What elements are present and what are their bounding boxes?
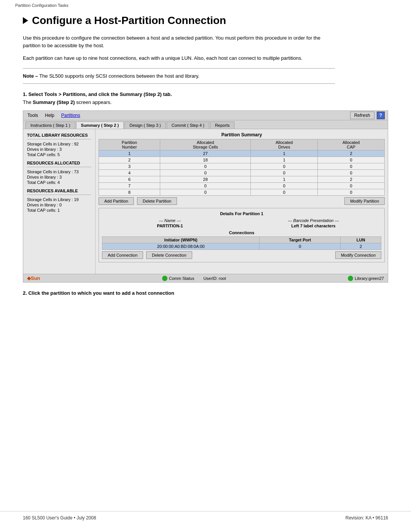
- modify-connection-button[interactable]: Modify Connection: [335, 251, 381, 259]
- total-drives: Drives in library : 3: [27, 147, 91, 152]
- comm-status-icon: [162, 276, 167, 281]
- screenshot-container: Tools Help Partitions Refresh ? Instruct…: [23, 110, 388, 283]
- allocated-title: RESOURCES ALLOCATED: [27, 161, 91, 165]
- footer-right: Revision: KA • 96116: [346, 515, 388, 521]
- add-connection-button[interactable]: Add Connection: [102, 251, 143, 259]
- tab-bar: Instructions ( Step 1 ) Summary ( Step 2…: [23, 120, 388, 129]
- tab-reports[interactable]: Reports: [210, 121, 235, 129]
- barcode-value: Left 7 label characters: [245, 224, 381, 228]
- total-cap: Total CAP cells: 5: [27, 152, 91, 157]
- col-allocated-storage: AllocatedStorage Cells: [160, 139, 250, 150]
- status-right: Library:green27: [348, 276, 384, 281]
- table-row[interactable]: 7000: [99, 183, 385, 189]
- footer: 160 SL500 User's Guide • July 2008 Revis…: [0, 511, 411, 521]
- step1-heading: 1. Select Tools > Partitions, and click …: [23, 91, 388, 97]
- step1-sub: The Summary (Step 2) screen appears.: [23, 99, 388, 105]
- note-label: Note –: [23, 73, 38, 79]
- status-center: Comm Status UserID: root: [162, 276, 226, 281]
- avail-drives: Drives in library : 0: [27, 203, 91, 207]
- status-left: ◆Sun: [27, 275, 40, 281]
- sun-logo: ◆Sun: [27, 275, 40, 281]
- menu-bar-left: Tools Help Partitions: [26, 112, 81, 118]
- name-value: PARTITION-1: [102, 224, 238, 228]
- delete-partition-button[interactable]: Delete Partition: [137, 197, 177, 205]
- table-row[interactable]: 4000: [99, 170, 385, 176]
- user-id: UserID: root: [203, 276, 226, 281]
- connections-table: Initiator (WWPN) Target Port LUN 20:00:0…: [102, 236, 381, 250]
- col-partition-number: PartitionNumber: [99, 139, 160, 150]
- comm-status-text: Comm Status: [169, 276, 194, 281]
- col-allocated-cap: AllocatedCAP: [318, 139, 385, 150]
- triangle-icon: [23, 17, 28, 24]
- library-name: Library:green27: [355, 276, 384, 281]
- note-text: The SL500 supports only SCSI connections…: [39, 73, 199, 79]
- table-row[interactable]: 62812: [99, 176, 385, 183]
- avail-cap: Total CAP cells: 1: [27, 208, 91, 212]
- col-allocated-drives: AllocatedDrives: [251, 139, 318, 150]
- menu-bar: Tools Help Partitions Refresh ?: [23, 111, 388, 120]
- partition-button-row: Add Partition Delete Partition Modify Pa…: [99, 197, 385, 205]
- alloc-storage: Storage Cells in Library : 73: [27, 169, 91, 174]
- refresh-button[interactable]: Refresh: [350, 112, 374, 119]
- partition-summary-section: Partition Summary PartitionNumber Alloca…: [99, 132, 385, 205]
- total-library-title: TOTAL LIBRARY RESOURCES: [27, 133, 91, 137]
- left-sidebar: TOTAL LIBRARY RESOURCES Storage Cells in…: [23, 129, 96, 274]
- details-name-col: --- Name --- PARTITION-1: [102, 218, 238, 228]
- panel-area: TOTAL LIBRARY RESOURCES Storage Cells in…: [23, 129, 388, 274]
- breadcrumb: Partition Configuration Tasks: [0, 0, 411, 11]
- right-content: Partition Summary PartitionNumber Alloca…: [96, 129, 388, 274]
- details-barcode-col: --- Barcode Presentation --- Left 7 labe…: [245, 218, 381, 228]
- barcode-label: --- Barcode Presentation ---: [245, 218, 381, 223]
- connection-button-row: Add Connection Delete Connection Modify …: [102, 251, 381, 259]
- col-target-port: Target Port: [260, 237, 341, 243]
- note-box: Note – The SL500 supports only SCSI conn…: [23, 68, 335, 84]
- menu-bar-right: Refresh ?: [350, 112, 385, 119]
- details-name-row: --- Name --- PARTITION-1 --- Barcode Pre…: [102, 218, 381, 228]
- menu-help[interactable]: Help: [44, 112, 56, 118]
- library-status-icon: [348, 276, 353, 281]
- page-title: Configure a Host-Partition Connection: [23, 14, 388, 27]
- menu-tools[interactable]: Tools: [26, 112, 39, 118]
- alloc-cap: Total CAP cells: 4: [27, 180, 91, 185]
- available-title: RESOURCES AVAILABLE: [27, 189, 91, 193]
- step2-heading: 2. Click the partition to which you want…: [23, 290, 388, 296]
- table-row[interactable]: 3000: [99, 163, 385, 170]
- tab-commit-step4[interactable]: Commit ( Step 4 ): [167, 121, 209, 129]
- table-row[interactable]: 8000: [99, 189, 385, 196]
- alloc-drives: Drives in library : 3: [27, 175, 91, 179]
- status-bar: ◆Sun Comm Status UserID: root Library:gr…: [23, 274, 388, 282]
- partition-summary-header: Partition Summary: [99, 132, 385, 137]
- total-storage: Storage Cells in Library : 92: [27, 142, 91, 146]
- table-row[interactable]: 21810: [99, 157, 385, 163]
- col-initiator: Initiator (WWPN): [102, 237, 260, 243]
- details-panel: Details For Partition 1 --- Name --- PAR…: [99, 208, 385, 262]
- description-2: Each partition can have up to nine host …: [23, 54, 335, 62]
- table-row[interactable]: 20:00:00:A0:BD:08:0A:0002: [102, 243, 381, 250]
- add-partition-button[interactable]: Add Partition: [99, 197, 134, 205]
- table-row[interactable]: 12712: [99, 150, 385, 157]
- avail-storage: Storage Cells in Library : 19: [27, 197, 91, 202]
- menu-partitions[interactable]: Partitions: [60, 112, 81, 118]
- tab-design-step3[interactable]: Design ( Step 3 ): [124, 121, 166, 129]
- connections-header: Connections: [102, 230, 381, 235]
- help-button[interactable]: ?: [377, 112, 385, 119]
- footer-left: 160 SL500 User's Guide • July 2008: [23, 515, 96, 521]
- modify-partition-button[interactable]: Modify Partition: [344, 197, 385, 205]
- name-label: --- Name ---: [102, 218, 238, 223]
- delete-connection-button[interactable]: Delete Connection: [146, 251, 192, 259]
- partition-summary-table: PartitionNumber AllocatedStorage Cells A…: [99, 139, 385, 196]
- tab-instructions-step1[interactable]: Instructions ( Step 1 ): [25, 121, 75, 129]
- details-header: Details For Partition 1: [102, 211, 381, 216]
- col-lun: LUN: [341, 237, 381, 243]
- tab-summary-step2[interactable]: Summary ( Step 2 ): [76, 121, 124, 129]
- description-1: Use this procedure to configure the conn…: [23, 34, 335, 49]
